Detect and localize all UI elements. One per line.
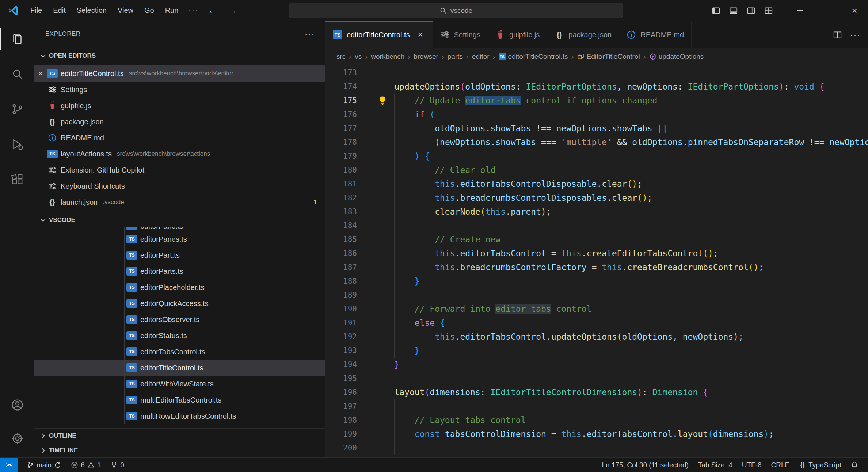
code-token: Dimension bbox=[652, 388, 698, 397]
explorer-actions-icon[interactable]: ··· bbox=[305, 29, 315, 39]
breadcrumb-item[interactable]: parts bbox=[448, 53, 463, 61]
activity-extensions[interactable] bbox=[0, 162, 34, 197]
line-content: this.breadcrumbsControlFactory = this.cr… bbox=[374, 260, 764, 274]
status-cursor-position[interactable]: Ln 175, Col 30 (11 selected) bbox=[597, 458, 693, 472]
status-ports[interactable]: 0 bbox=[106, 458, 129, 472]
code-editor[interactable]: 173174 updateOptions(oldOptions: IEditor… bbox=[326, 65, 868, 457]
maximize-button[interactable] bbox=[814, 0, 841, 21]
open-editor-item[interactable]: Extension: GitHub Copilot bbox=[34, 162, 325, 178]
toggle-sidebar-button[interactable] bbox=[707, 0, 725, 21]
file-tree-item[interactable]: TSeditorQuickAccess.ts bbox=[34, 295, 325, 311]
close-tab-icon[interactable]: × bbox=[416, 30, 425, 40]
code-token: IEditorPartOptions bbox=[526, 82, 617, 91]
code-token: || bbox=[652, 124, 668, 133]
editor-tab[interactable]: {}package.json bbox=[547, 21, 619, 48]
menu-more[interactable]: ··· bbox=[184, 4, 203, 18]
code-token: ) bbox=[733, 332, 738, 341]
titlebar-actions: × bbox=[707, 0, 868, 21]
open-editor-item[interactable]: Keyboard Shortcuts bbox=[34, 178, 325, 194]
file-tree-item[interactable]: TSeditorPanes.ts bbox=[34, 231, 325, 247]
close-editor-icon[interactable]: × bbox=[34, 68, 47, 79]
code-line: 182 this.breadcrumbsControlDisposables.c… bbox=[326, 191, 868, 205]
status-encoding[interactable]: UTF-8 bbox=[737, 458, 766, 472]
status-text: CRLF bbox=[771, 461, 789, 469]
editor-tab[interactable]: README.md bbox=[619, 21, 692, 48]
file-tree-item[interactable]: TSeditorParts.ts bbox=[34, 263, 325, 279]
code-line: 178 (newOptions.showTabs === 'multiple' … bbox=[326, 135, 868, 149]
menu-selection[interactable]: Selection bbox=[71, 4, 112, 17]
file-tree-item[interactable]: TSmultiEditorTabsControl.ts bbox=[34, 392, 325, 408]
menu-view[interactable]: View bbox=[112, 4, 139, 17]
status-notifications[interactable] bbox=[846, 458, 863, 472]
code-token: !== bbox=[531, 124, 556, 133]
open-editors-header[interactable]: OPEN EDITORS bbox=[34, 48, 325, 64]
minimize-button[interactable] bbox=[787, 0, 814, 21]
activity-settings[interactable] bbox=[0, 422, 34, 455]
open-editors-label: OPEN EDITORS bbox=[49, 52, 96, 60]
file-tree-item[interactable]: TSeditorPlaceholder.ts bbox=[34, 279, 325, 295]
open-editor-item[interactable]: README.md bbox=[34, 130, 325, 146]
open-editor-item[interactable]: {}launch.json.vscode1 bbox=[34, 194, 325, 210]
timeline-section-header[interactable]: TIMELINE bbox=[34, 443, 325, 457]
folder-section-header[interactable]: VSCODE bbox=[34, 212, 325, 227]
activity-search[interactable] bbox=[0, 56, 34, 91]
activity-run-and-debug[interactable] bbox=[0, 127, 34, 162]
breadcrumb-item[interactable]: workbench bbox=[371, 53, 404, 61]
file-tree-item[interactable]: TSmultiRowEditorTabsControl.ts bbox=[34, 408, 325, 424]
breadcrumb-item[interactable]: updateOptions bbox=[649, 53, 704, 61]
menu-file[interactable]: File bbox=[25, 4, 47, 17]
code-token: this bbox=[435, 263, 455, 272]
open-editor-item[interactable]: {}package.json bbox=[34, 114, 325, 130]
toggle-panel-button[interactable] bbox=[725, 0, 742, 21]
file-tree-item[interactable]: TSeditorWithViewState.ts bbox=[34, 376, 325, 392]
file-tree-item[interactable]: TSeditorTabsControl.ts bbox=[34, 344, 325, 360]
breadcrumb-item[interactable]: browser bbox=[414, 53, 438, 61]
search-box[interactable]: vscode bbox=[289, 3, 623, 18]
activity-explorer[interactable] bbox=[0, 21, 34, 56]
code-token: control bbox=[551, 304, 592, 314]
chevron-down-icon bbox=[39, 52, 47, 60]
activity-accounts[interactable] bbox=[0, 388, 34, 422]
back-button[interactable]: ← bbox=[203, 5, 222, 16]
breadcrumb-item[interactable]: vs bbox=[355, 53, 362, 61]
open-editor-item[interactable]: gulpfile.js bbox=[34, 98, 325, 114]
breadcrumb-item[interactable]: TSeditorTitleControl.ts bbox=[499, 53, 568, 61]
split-editor-icon[interactable] bbox=[833, 30, 842, 39]
status-indentation[interactable]: Tab Size: 4 bbox=[693, 458, 737, 472]
close-button[interactable]: × bbox=[841, 0, 868, 21]
remote-indicator[interactable]: >< bbox=[0, 458, 18, 472]
menu-go[interactable]: Go bbox=[139, 4, 160, 17]
file-tree-item[interactable]: TSeditorsObserver.ts bbox=[34, 311, 325, 328]
editor-tab[interactable]: Settings bbox=[433, 21, 488, 48]
editor-tab[interactable]: gulpfile.js bbox=[488, 21, 547, 48]
forward-button[interactable]: → bbox=[222, 5, 242, 16]
editor-tab[interactable]: TSeditorTitleControl.ts× bbox=[326, 21, 433, 48]
file-tree-item[interactable]: TSeditorTitleControl.ts bbox=[34, 360, 325, 376]
menu-edit[interactable]: Edit bbox=[47, 4, 71, 17]
status-eol[interactable]: CRLF bbox=[766, 458, 794, 472]
outline-section-header[interactable]: OUTLINE bbox=[34, 428, 325, 443]
code-token: editorTabsControl bbox=[460, 249, 546, 258]
file-tree-item[interactable]: TSeditorStatus.ts bbox=[34, 328, 325, 344]
file-tree-item[interactable]: TSeditorPart.ts bbox=[34, 247, 325, 263]
code-token: layout bbox=[678, 429, 708, 439]
status-git-branch[interactable]: main bbox=[22, 458, 66, 472]
breadcrumb-item[interactable]: editor bbox=[472, 53, 490, 61]
breadcrumb-item[interactable]: src bbox=[336, 53, 346, 61]
code-token: oldOptions bbox=[622, 332, 673, 341]
open-editor-item[interactable]: ×TSeditorTitleControl.tssrc\vs\workbench… bbox=[34, 65, 325, 82]
code-token: . bbox=[597, 179, 602, 189]
status-text: Ln 175, Col 30 (11 selected) bbox=[602, 461, 688, 469]
timeline-label: TIMELINE bbox=[49, 447, 78, 454]
status-problems[interactable]: 61 bbox=[66, 458, 106, 472]
activity-source-control[interactable] bbox=[0, 91, 34, 127]
menu-run[interactable]: Run bbox=[160, 4, 184, 17]
breadcrumb-item[interactable]: EditorTitleControl bbox=[577, 53, 640, 61]
customize-layout-button[interactable] bbox=[760, 0, 777, 21]
code-token: , bbox=[673, 332, 683, 341]
toggle-secondary-sidebar-button[interactable] bbox=[742, 0, 760, 21]
open-editor-item[interactable]: TSlayoutActions.tssrc\vs\workbench\brows… bbox=[34, 146, 325, 162]
status-language-mode[interactable]: {}TypeScript bbox=[794, 458, 846, 472]
more-actions-icon[interactable]: ··· bbox=[851, 30, 860, 39]
open-editor-item[interactable]: Settings bbox=[34, 82, 325, 98]
